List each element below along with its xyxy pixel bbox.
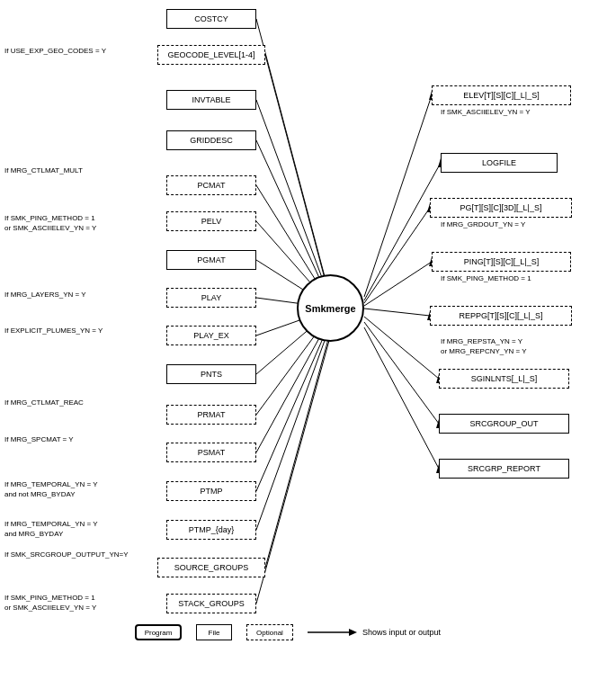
svg-line-12 bbox=[256, 322, 330, 491]
stack-groups-node: STACK_GROUPS bbox=[166, 594, 256, 613]
reppg-label: REPPG[T][S][C][_L|_S] bbox=[460, 311, 543, 320]
pelv-label: PELV bbox=[201, 217, 221, 226]
psmat-node: PSMAT bbox=[166, 443, 256, 462]
pnts-node: PNTS bbox=[166, 364, 256, 384]
ptmp-node: PTMP bbox=[166, 481, 256, 501]
costcy-node: COSTCY bbox=[166, 9, 256, 29]
ptmp-day-label: PTMP_{day} bbox=[189, 525, 235, 534]
legend-optional-label: Optional bbox=[256, 629, 283, 637]
ptmp-label: PTMP bbox=[200, 487, 222, 496]
stack-groups-label: STACK_GROUPS bbox=[178, 599, 244, 608]
source-groups-label: SOURCE_GROUPS bbox=[174, 563, 249, 572]
pgmat-label: PGMAT bbox=[197, 255, 225, 264]
srcgrp-report-node: SRCGRP_REPORT bbox=[439, 459, 569, 479]
sginlnts-node: SGINLNTS[_L|_S] bbox=[439, 369, 569, 389]
prmat-label: PRMAT bbox=[198, 410, 226, 419]
pg-label: PG[T][S][C][3D][_L|_S] bbox=[460, 203, 542, 212]
ping-node: PING[T][S][C][_L|_S] bbox=[432, 252, 571, 272]
smkmerge-label: Smkmerge bbox=[305, 303, 355, 314]
svg-line-20 bbox=[364, 208, 430, 303]
pnts-label: PNTS bbox=[201, 370, 222, 379]
pcmat-node: PCMAT bbox=[166, 175, 256, 195]
play-ex-condition: If EXPLICIT_PLUMES_YN = Y bbox=[4, 327, 139, 336]
source-groups-node: SOURCE_GROUPS bbox=[157, 558, 265, 577]
reppg-node: REPPG[T][S][C][_L|_S] bbox=[430, 306, 572, 326]
play-ex-node: PLAY_EX bbox=[166, 326, 256, 345]
legend-optional-box: Optional bbox=[246, 624, 293, 640]
svg-line-2 bbox=[256, 100, 330, 300]
svg-line-28 bbox=[364, 322, 439, 424]
legend-file-box: File bbox=[196, 624, 232, 640]
source-groups-condition: If SMK_SRCGROUP_OUTPUT_YN=Y bbox=[4, 550, 139, 559]
reppg-condition: If MRG_REPSTA_YN = Y or MRG_REPCNY_YN = … bbox=[441, 328, 580, 356]
ptmp-day-node: PTMP_{day} bbox=[166, 520, 256, 540]
psmat-label: PSMAT bbox=[198, 448, 225, 457]
legend-program-label: Program bbox=[145, 629, 173, 637]
prmat-condition: If MRG_CTLMAT_REAC bbox=[4, 398, 135, 407]
srcgroup-out-node: SRCGROUP_OUT bbox=[439, 414, 569, 434]
geocode-condition: If USE_EXP_GEO_CODES = Y bbox=[4, 47, 121, 56]
invtable-node: INVTABLE bbox=[166, 90, 256, 110]
srcgroup-out-label: SRCGROUP_OUT bbox=[469, 419, 538, 428]
play-condition: If MRG_LAYERS_YN = Y bbox=[4, 291, 130, 300]
play-ex-label: PLAY_EX bbox=[193, 331, 228, 340]
pgmat-node: PGMAT bbox=[166, 250, 256, 270]
svg-line-30 bbox=[364, 327, 439, 469]
legend: Program File Optional Shows input or out… bbox=[135, 624, 441, 640]
legend-arrow-item: Shows input or output bbox=[308, 627, 441, 638]
svg-line-14 bbox=[265, 333, 330, 568]
pcmat-label: PCMAT bbox=[198, 181, 226, 190]
sginlnts-label: SGINLNTS[_L|_S] bbox=[471, 374, 537, 383]
legend-arrow-svg bbox=[308, 627, 357, 638]
play-label: PLAY bbox=[201, 293, 221, 302]
svg-line-1 bbox=[265, 55, 330, 299]
ping-label: PING[T][S][C][_L|_S] bbox=[464, 257, 539, 266]
pg-node: PG[T][S][C][3D][_L|_S] bbox=[430, 198, 572, 218]
geocode-label: GEOCODE_LEVEL[1-4] bbox=[167, 50, 254, 59]
elev-node: ELEV[T][S][C][_L|_S] bbox=[432, 85, 571, 105]
svg-line-26 bbox=[364, 317, 439, 379]
srcgrp-report-label: SRCGRP_REPORT bbox=[468, 464, 540, 473]
svg-line-13 bbox=[256, 326, 330, 530]
elev-label: ELEV[T][S][C][_L|_S] bbox=[463, 91, 539, 100]
griddesc-node: GRIDDESC bbox=[166, 130, 256, 150]
legend-file: File bbox=[196, 624, 232, 640]
ptmp-day-condition: If MRG_TEMPORAL_YN = Y and MRG_BYDAY bbox=[4, 511, 139, 539]
geocode-node: GEOCODE_LEVEL[1-4] bbox=[157, 45, 265, 65]
svg-line-22 bbox=[364, 262, 432, 306]
play-node: PLAY bbox=[166, 288, 256, 308]
legend-arrow-label: Shows input or output bbox=[362, 628, 441, 637]
logfile-label: LOGFILE bbox=[482, 158, 516, 167]
ping-condition: If SMK_PING_METHOD = 1 bbox=[441, 274, 580, 283]
prmat-node: PRMAT bbox=[166, 405, 256, 425]
legend-optional: Optional bbox=[246, 624, 293, 640]
legend-program: Program bbox=[135, 624, 182, 640]
legend-file-label: File bbox=[209, 629, 220, 637]
smkmerge-node: Smkmerge bbox=[297, 274, 364, 342]
elev-condition: If SMK_ASCIIELEV_YN = Y bbox=[441, 108, 580, 117]
logfile-node: LOGFILE bbox=[441, 153, 558, 173]
pg-condition: If MRG_GRDOUT_YN = Y bbox=[441, 220, 580, 229]
pelv-condition: If SMK_PING_METHOD = 1 or SMK_ASCIIELEV_… bbox=[4, 205, 135, 233]
svg-line-0 bbox=[256, 19, 330, 297]
legend-program-box: Program bbox=[135, 624, 182, 640]
costcy-label: COSTCY bbox=[194, 14, 228, 23]
pelv-node: PELV bbox=[166, 211, 256, 231]
diagram-container: Smkmerge COSTCY If USE_EXP_GEO_CODES = Y… bbox=[0, 0, 616, 648]
svg-line-18 bbox=[364, 163, 441, 300]
svg-line-15 bbox=[256, 337, 330, 604]
svg-line-16 bbox=[364, 95, 432, 297]
ptmp-condition: If MRG_TEMPORAL_YN = Y and not MRG_BYDAY bbox=[4, 471, 139, 499]
svg-marker-33 bbox=[349, 629, 357, 636]
griddesc-label: GRIDDESC bbox=[190, 136, 233, 145]
pcmat-condition: If MRG_CTLMAT_MULT bbox=[4, 166, 126, 175]
svg-line-24 bbox=[364, 309, 430, 316]
invtable-label: INVTABLE bbox=[192, 95, 231, 104]
psmat-condition: If MRG_SPCMAT = Y bbox=[4, 435, 135, 444]
stack-groups-condition: If SMK_PING_METHOD = 1 or SMK_ASCIIELEV_… bbox=[4, 585, 139, 613]
